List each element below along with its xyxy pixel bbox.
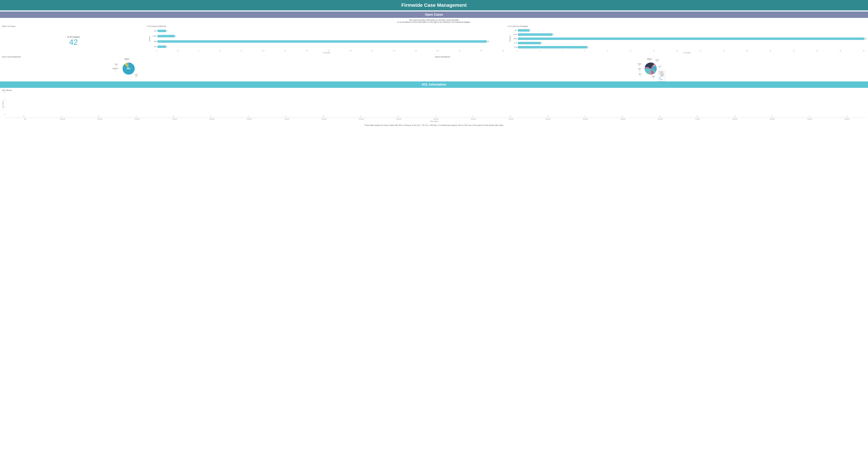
axis-tick: 10	[241, 50, 242, 52]
vbar-category: 02/2018	[44, 118, 81, 120]
sol-panel-title: SOL Month	[2, 89, 866, 91]
sol-chart-xlabel: SOL Month	[2, 121, 866, 122]
vbar-category: 01/2022	[754, 118, 790, 120]
vbar-column[interactable]: 1	[417, 116, 454, 118]
axis-tick: 30	[415, 50, 416, 52]
kpi-total-cases-panel[interactable]: Total # of Cases # of Cases 42	[2, 25, 145, 54]
status-tooltip-line2: 9 / 21%	[659, 77, 664, 81]
hbar-value: 1	[529, 29, 531, 32]
vbar-value: 1	[847, 116, 847, 117]
hbar-row[interactable]: TJW6	[511, 46, 865, 49]
vbar-column[interactable]: 5	[717, 116, 753, 118]
vbar-column[interactable]: 1	[567, 116, 603, 118]
vbar-category: 04/2020	[418, 118, 454, 120]
vbar-column[interactable]: 2	[81, 116, 117, 118]
axis-tick: 28	[840, 50, 841, 52]
vbar-category: 09/2019	[194, 118, 230, 120]
sol-footer-note: These tables display the cases & dates w…	[0, 122, 868, 128]
hbar-row[interactable]: N\A1	[511, 29, 865, 32]
vbar-value: 2	[173, 116, 174, 117]
vbar-value: 1	[285, 116, 286, 117]
vbar-value: 1	[435, 116, 436, 117]
desc-line-1: This report provides information on all …	[0, 19, 868, 21]
axis-tick: 27.5	[393, 50, 396, 52]
desc-line-2: It can be filtered via the information o…	[0, 21, 868, 23]
vbar-column[interactable]: 1	[829, 116, 865, 118]
vbar-value: 1	[772, 116, 773, 117]
hbar-row[interactable]: TJW38	[151, 40, 504, 43]
vbar-column[interactable]: 1	[118, 116, 155, 118]
casetype-panel-title: Case Type Breakdown	[2, 56, 433, 58]
attorney-chart-ylabel: Attorney	[149, 36, 151, 42]
vbar-value: 1	[136, 116, 136, 117]
vbar-category: 09/2020	[567, 118, 603, 120]
hbar-row[interactable]: CARL2	[151, 35, 504, 38]
sol-month-chart[interactable]: SOL Month # of Cases 6420 61212111311113…	[0, 88, 868, 122]
vbar-column[interactable]: 1	[380, 116, 416, 118]
sol-section-title: SOL Information	[0, 82, 868, 88]
vbar-column[interactable]: 3	[529, 116, 566, 118]
kpi-value: 42	[69, 38, 78, 46]
hbar-row[interactable]: N\A1	[151, 29, 504, 32]
vbar-column[interactable]: 1	[193, 116, 229, 118]
vbar-column[interactable]: 2	[642, 116, 678, 118]
vbar-category: 07/2020	[493, 118, 529, 120]
vbar-value: 1	[360, 116, 361, 117]
hbar-row[interactable]: FYF2	[511, 41, 865, 44]
hbar-category: VVA	[151, 46, 157, 48]
case-type-breakdown-chart[interactable]: Case Type Breakdown 88% Litigation2 QSF2…	[2, 55, 433, 79]
cases-by-paralegal-chart[interactable]: # of Cases by Paralegal Paralegal N\A1CA…	[507, 25, 866, 54]
vbar-column[interactable]: 1	[342, 116, 379, 118]
casetype-pie[interactable]: 88%	[123, 63, 135, 75]
vbar-column[interactable]: 2	[155, 116, 192, 118]
vbar-column[interactable]: 1	[604, 116, 641, 118]
vbar-column[interactable]: 2	[679, 116, 716, 118]
axis-tick: 2	[539, 50, 540, 52]
hbar-row[interactable]: CARL3	[511, 33, 865, 36]
status-slice-set: SET2	[639, 73, 642, 76]
cases-by-attorney-chart[interactable]: # of Cases by Attorney Attorney N\A1CARL…	[147, 25, 506, 54]
axis-tick: 14	[676, 50, 678, 52]
status-tooltip: Case Count · TRE 9 / 21%	[658, 70, 665, 82]
status-pie[interactable]: 21% 17%	[645, 63, 657, 75]
hbar-category: CARL	[511, 34, 518, 35]
hbar-value: 30	[865, 37, 867, 40]
status-slice-bur: BUR2	[656, 59, 659, 63]
status-slice-tre: TRE9	[638, 68, 641, 71]
axis-tick: 17.5	[306, 50, 308, 52]
vbar-category: 03/2019	[119, 118, 155, 120]
axis-tick: 16	[700, 50, 701, 52]
vbar-column[interactable]: 1	[792, 116, 828, 118]
page-title: Firmwide Case Management	[0, 0, 868, 10]
paralegal-chart-ylabel: Paralegal	[509, 35, 511, 42]
status-slice-pct-21: 21%	[646, 67, 649, 68]
vbar-column[interactable]: 1	[268, 116, 304, 118]
axis-tick: 30	[863, 50, 865, 52]
hbar-category: ERIC	[511, 38, 518, 40]
vbar-value: 1	[61, 116, 62, 117]
axis-tick: 22	[770, 50, 771, 52]
status-breakdown-chart[interactable]: Status Breakdown 21% 17% Others4 BUR2 CL…	[435, 55, 866, 79]
axis-tick: 10	[630, 50, 631, 52]
hbar-category: TJW	[151, 41, 157, 42]
vbar-category: 12/2019	[306, 118, 342, 120]
vbar-column[interactable]: 3	[305, 116, 341, 118]
vbar-column[interactable]: 1	[43, 116, 80, 118]
vbar-column[interactable]: 1	[455, 116, 491, 118]
axis-tick: 2.5	[177, 50, 179, 52]
vbar-column[interactable]: 1	[754, 116, 790, 118]
vbar-category: 01/2020	[343, 118, 379, 120]
vbar-column[interactable]: 1	[230, 116, 267, 118]
vbar-column[interactable]: 3	[492, 116, 529, 118]
vbar-column[interactable]: 6	[6, 116, 42, 118]
hbar-row[interactable]: ERIC30	[511, 37, 865, 40]
vbar-value: 2	[98, 116, 99, 117]
status-slice-neg: NEG5	[652, 76, 655, 79]
axis-tick: 37.5	[480, 50, 483, 52]
hbar-row[interactable]: VVA1	[151, 45, 504, 48]
vbar-category: 12/2020	[642, 118, 678, 120]
casetype-pie-center: 88%	[123, 63, 135, 75]
paralegal-chart-title: # of Cases by Paralegal	[507, 25, 866, 27]
axis-tick: 24	[793, 50, 795, 52]
vbar-category: 08/2020	[530, 118, 566, 120]
